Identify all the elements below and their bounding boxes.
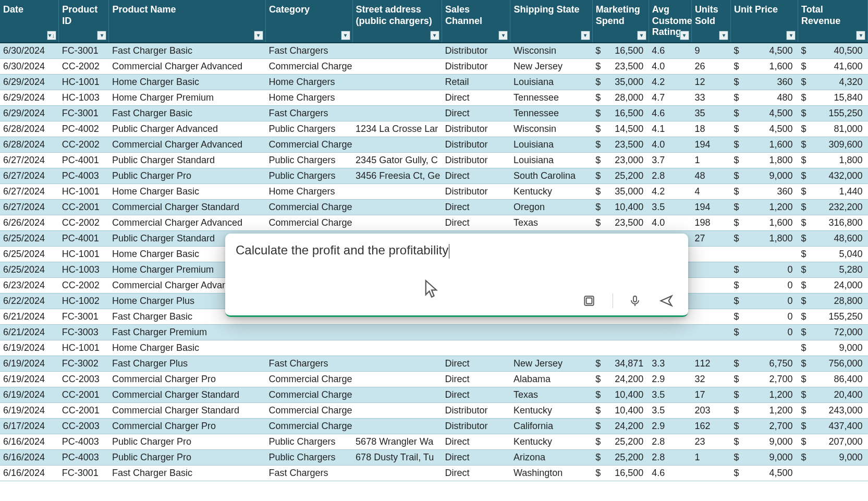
filter-icon[interactable]: ▾ — [786, 31, 796, 40]
cell-marketing-spend[interactable]: $24,200 — [592, 371, 649, 387]
cell-category[interactable]: Fast Chargers — [265, 43, 352, 59]
cell-date[interactable]: 6/19/2024 — [0, 356, 59, 371]
cell-street-address[interactable]: 5678 Wrangler Wa — [352, 434, 442, 449]
cell-category[interactable]: Home Chargers — [265, 74, 352, 90]
filter-icon[interactable]: ▾ — [97, 31, 106, 40]
cell-product-id[interactable]: FC-3001 — [59, 43, 109, 59]
cell-sales-channel[interactable]: Distributor — [442, 152, 510, 168]
cell-product-id[interactable]: FC-3001 — [59, 465, 109, 481]
cell-product-name[interactable]: Fast Charger Basic — [109, 43, 266, 59]
filter-icon[interactable]: ▾ — [581, 31, 590, 40]
cell-date[interactable]: 6/29/2024 — [0, 90, 59, 105]
cell-units-sold[interactable]: 48 — [691, 168, 730, 184]
cell-avg-rating[interactable]: 2.9 — [649, 371, 691, 387]
cell-product-name[interactable]: Commercial Charger Pro — [109, 371, 266, 387]
cell-product-name[interactable]: Commercial Charger Advanced — [109, 58, 266, 74]
cell-date[interactable]: 6/19/2024 — [0, 340, 59, 356]
cell-marketing-spend[interactable]: $23,500 — [592, 58, 649, 74]
table-row[interactable]: 6/27/2024PC-4001Public Charger StandardP… — [0, 152, 868, 168]
cell-unit-price[interactable]: $4,500 — [731, 43, 798, 59]
cell-date[interactable]: 6/30/2024 — [0, 58, 59, 74]
cell-total-revenue[interactable]: $9,000 — [798, 449, 868, 465]
cell-product-id[interactable]: CC-2002 — [59, 137, 109, 152]
cell-avg-rating[interactable]: 4.0 — [649, 215, 691, 230]
cell-product-name[interactable]: Fast Charger Basic — [109, 105, 266, 121]
cell-units-sold[interactable] — [691, 465, 730, 481]
cell-category[interactable]: Commercial Chargers — [265, 199, 352, 215]
cell-total-revenue[interactable]: $28,800 — [798, 293, 868, 309]
cell-product-id[interactable]: HC-1001 — [59, 340, 109, 356]
cell-units-sold[interactable]: 198 — [691, 215, 730, 230]
cell-avg-rating[interactable] — [649, 340, 691, 356]
header-category[interactable]: Category▾ — [265, 0, 352, 43]
cell-date[interactable]: 6/28/2024 — [0, 137, 59, 152]
cell-street-address[interactable] — [352, 324, 442, 340]
cell-sales-channel[interactable]: Direct — [442, 356, 510, 371]
cell-unit-price[interactable]: $9,000 — [731, 168, 798, 184]
cell-category[interactable]: Commercial Chargers — [265, 371, 352, 387]
cell-units-sold[interactable]: 17 — [691, 387, 730, 402]
cell-marketing-spend[interactable]: $23,500 — [592, 137, 649, 152]
filter-icon[interactable]: ▾ — [430, 31, 439, 40]
cell-total-revenue[interactable]: $48,600 — [798, 230, 868, 246]
cell-category[interactable]: Public Chargers — [265, 121, 352, 137]
cell-street-address[interactable] — [352, 105, 442, 121]
cell-unit-price[interactable]: $1,600 — [731, 58, 798, 74]
cell-shipping-state[interactable]: Wisconsin — [510, 121, 592, 137]
cell-marketing-spend[interactable]: $25,200 — [592, 434, 649, 449]
cell-avg-rating[interactable]: 2.8 — [649, 449, 691, 465]
cell-date[interactable]: 6/23/2024 — [0, 277, 59, 293]
cell-shipping-state[interactable]: Kentucky — [510, 402, 592, 418]
cell-category[interactable]: Public Chargers — [265, 168, 352, 184]
cell-total-revenue[interactable]: $5,280 — [798, 262, 868, 277]
cell-sales-channel[interactable]: Distributor — [442, 121, 510, 137]
cell-unit-price[interactable]: $1,600 — [731, 137, 798, 152]
cell-sales-channel[interactable] — [442, 324, 510, 340]
table-row[interactable]: 6/29/2024FC-3001Fast Charger BasicFast C… — [0, 105, 868, 121]
cell-avg-rating[interactable]: 3.5 — [649, 199, 691, 215]
cell-date[interactable]: 6/25/2024 — [0, 262, 59, 277]
cell-units-sold[interactable] — [691, 277, 730, 293]
cell-sales-channel[interactable]: Distributor — [442, 137, 510, 152]
filter-icon[interactable]: ▾ — [254, 31, 263, 40]
cell-units-sold[interactable] — [691, 293, 730, 309]
filter-icon[interactable]: ▾ — [498, 31, 508, 40]
cell-product-id[interactable]: HC-1003 — [59, 262, 109, 277]
cell-date[interactable]: 6/25/2024 — [0, 246, 59, 262]
cell-product-id[interactable]: FC-3001 — [59, 309, 109, 324]
cell-units-sold[interactable] — [691, 246, 730, 262]
cell-product-name[interactable]: Commercial Charger Standard — [109, 387, 266, 402]
cell-units-sold[interactable] — [691, 324, 730, 340]
cell-units-sold[interactable]: 203 — [691, 402, 730, 418]
cell-street-address[interactable] — [352, 387, 442, 402]
table-row[interactable]: 6/19/2024CC-2001Commercial Charger Stand… — [0, 387, 868, 402]
cell-unit-price[interactable]: $9,000 — [731, 449, 798, 465]
cell-total-revenue[interactable]: $316,800 — [798, 215, 868, 230]
cell-street-address[interactable] — [352, 74, 442, 90]
cell-date[interactable]: 6/29/2024 — [0, 105, 59, 121]
cell-units-sold[interactable]: 32 — [691, 371, 730, 387]
cell-units-sold[interactable]: 33 — [691, 90, 730, 105]
cell-units-sold[interactable]: 23 — [691, 434, 730, 449]
send-icon[interactable] — [659, 294, 674, 308]
cell-product-id[interactable]: PC-4003 — [59, 168, 109, 184]
cell-product-id[interactable]: CC-2001 — [59, 402, 109, 418]
cell-sales-channel[interactable]: Direct — [442, 215, 510, 230]
cell-category[interactable] — [265, 324, 352, 340]
cell-unit-price[interactable]: $4,500 — [731, 465, 798, 481]
cell-product-id[interactable]: CC-2002 — [59, 58, 109, 74]
cell-total-revenue[interactable]: $232,200 — [798, 199, 868, 215]
cell-street-address[interactable] — [352, 199, 442, 215]
header-total-revenue[interactable]: Total Revenue▾ — [798, 0, 868, 43]
cell-shipping-state[interactable]: New Jersey — [510, 58, 592, 74]
cell-street-address[interactable] — [352, 418, 442, 434]
cell-avg-rating[interactable]: 2.8 — [649, 168, 691, 184]
cell-product-name[interactable]: Home Charger Basic — [109, 74, 266, 90]
table-row[interactable]: 6/19/2024FC-3002Fast Charger PlusFast Ch… — [0, 356, 868, 371]
cell-total-revenue[interactable]: $1,800 — [798, 152, 868, 168]
cell-units-sold[interactable]: 194 — [691, 199, 730, 215]
cell-unit-price[interactable]: $1,200 — [731, 199, 798, 215]
cell-category[interactable] — [265, 340, 352, 356]
cell-sales-channel[interactable]: Distributor — [442, 418, 510, 434]
cell-marketing-spend[interactable]: $10,400 — [592, 199, 649, 215]
